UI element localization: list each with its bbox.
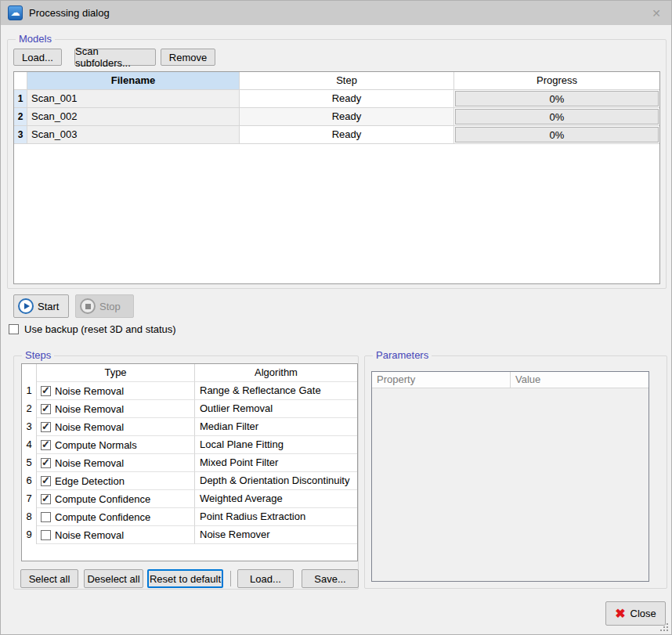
step-checkbox[interactable] bbox=[41, 512, 51, 522]
reset-to-default-button[interactable]: Reset to default bbox=[147, 569, 223, 588]
remove-model-button[interactable]: Remove bbox=[161, 49, 215, 66]
type-label: Compute Normals bbox=[55, 439, 137, 451]
column-header-value[interactable]: Value bbox=[511, 372, 649, 388]
row-header[interactable]: 3 bbox=[14, 126, 27, 144]
deselect-all-button[interactable]: Deselect all bbox=[84, 569, 143, 588]
steps-group: Steps Type Algorithm 1 Noise Removal Ran… bbox=[13, 355, 359, 590]
table-row[interactable]: 3 Scan_003 Ready 0% bbox=[14, 126, 659, 144]
column-header-filename[interactable]: Filename bbox=[27, 72, 240, 90]
type-cell[interactable]: Noise Removal bbox=[37, 382, 195, 400]
models-group-label: Models bbox=[16, 33, 55, 45]
step-checkbox[interactable] bbox=[41, 422, 51, 432]
progress-bar: 0% bbox=[455, 127, 659, 143]
step-checkbox[interactable] bbox=[41, 530, 51, 540]
step-checkbox[interactable] bbox=[41, 494, 51, 504]
models-table: Filename Step Progress 1 Scan_001 Ready … bbox=[13, 71, 660, 284]
load-steps-button[interactable]: Load... bbox=[237, 569, 294, 588]
column-header-progress[interactable]: Progress bbox=[454, 72, 659, 90]
type-cell[interactable]: Noise Removal bbox=[37, 526, 195, 544]
type-cell[interactable]: Noise Removal bbox=[37, 400, 195, 418]
column-header-step[interactable]: Step bbox=[240, 72, 454, 90]
step-checkbox[interactable] bbox=[41, 458, 51, 468]
type-cell[interactable]: Compute Normals bbox=[37, 436, 195, 454]
play-icon bbox=[18, 298, 34, 314]
step-checkbox[interactable] bbox=[41, 476, 51, 486]
algorithm-cell[interactable]: Depth & Orientation Discontinuity bbox=[195, 472, 357, 490]
step-checkbox[interactable] bbox=[41, 440, 51, 450]
step-row[interactable]: 7 Compute Confidence Weighted Average bbox=[22, 490, 357, 508]
step-checkbox[interactable] bbox=[41, 404, 51, 414]
step-row[interactable]: 4 Compute Normals Local Plane Fitting bbox=[22, 436, 357, 454]
column-header-algorithm[interactable]: Algorithm bbox=[195, 364, 357, 382]
filename-cell[interactable]: Scan_003 bbox=[27, 126, 240, 144]
algorithm-cell[interactable]: Median Filter bbox=[195, 418, 357, 436]
start-button-label: Start bbox=[38, 301, 59, 312]
parameters-table-header: Property Value bbox=[372, 372, 649, 388]
parameters-table-body bbox=[372, 388, 649, 581]
type-cell[interactable]: Compute Confidence bbox=[37, 508, 195, 526]
algorithm-cell[interactable]: Noise Remover bbox=[195, 526, 357, 544]
stop-button[interactable]: Stop bbox=[75, 294, 134, 318]
filename-cell[interactable]: Scan_001 bbox=[27, 90, 240, 108]
row-header: 2 bbox=[22, 400, 37, 418]
step-cell[interactable]: Ready bbox=[240, 108, 454, 126]
button-separator bbox=[230, 571, 231, 586]
table-row[interactable]: 1 Scan_001 Ready 0% bbox=[14, 90, 659, 108]
progress-cell: 0% bbox=[454, 108, 659, 126]
row-header: 8 bbox=[22, 508, 37, 526]
parameters-table: Property Value bbox=[371, 371, 649, 582]
corner-cell bbox=[14, 72, 27, 90]
column-header-property[interactable]: Property bbox=[372, 372, 511, 388]
select-all-button[interactable]: Select all bbox=[20, 569, 78, 588]
use-backup-checkbox[interactable] bbox=[9, 324, 19, 334]
row-header: 3 bbox=[22, 418, 37, 436]
title-bar[interactable]: ☁ Processing dialog ✕ bbox=[1, 1, 671, 25]
corner-cell bbox=[22, 364, 37, 382]
algorithm-cell[interactable]: Range & Reflectance Gate bbox=[195, 382, 357, 400]
type-cell[interactable]: Noise Removal bbox=[37, 454, 195, 472]
algorithm-cell[interactable]: Point Radius Extraction bbox=[195, 508, 357, 526]
type-label: Noise Removal bbox=[55, 529, 124, 541]
use-backup-option[interactable]: Use backup (reset 3D and status) bbox=[9, 323, 176, 335]
row-header[interactable]: 1 bbox=[14, 90, 27, 108]
row-header[interactable]: 2 bbox=[14, 108, 27, 126]
column-header-type[interactable]: Type bbox=[37, 364, 195, 382]
row-header: 1 bbox=[22, 382, 37, 400]
step-row[interactable]: 8 Compute Confidence Point Radius Extrac… bbox=[22, 508, 357, 526]
algorithm-cell[interactable]: Local Plane Fitting bbox=[195, 436, 357, 454]
stop-icon bbox=[80, 298, 96, 314]
step-row[interactable]: 3 Noise Removal Median Filter bbox=[22, 418, 357, 436]
algorithm-cell[interactable]: Mixed Point Filter bbox=[195, 454, 357, 472]
step-row[interactable]: 1 Noise Removal Range & Reflectance Gate bbox=[22, 382, 357, 400]
algorithm-cell[interactable]: Outlier Removal bbox=[195, 400, 357, 418]
type-cell[interactable]: Compute Confidence bbox=[37, 490, 195, 508]
step-row[interactable]: 2 Noise Removal Outlier Removal bbox=[22, 400, 357, 418]
type-label: Noise Removal bbox=[55, 403, 124, 415]
type-label: Noise Removal bbox=[55, 457, 124, 469]
close-button[interactable]: ✖ Close bbox=[605, 601, 666, 626]
step-row[interactable]: 9 Noise Removal Noise Remover bbox=[22, 526, 357, 544]
resize-grip[interactable] bbox=[659, 622, 669, 632]
scan-subfolders-button[interactable]: Scan subfolders... bbox=[74, 49, 156, 66]
save-steps-button[interactable]: Save... bbox=[302, 569, 359, 588]
step-cell[interactable]: Ready bbox=[240, 90, 454, 108]
type-cell[interactable]: Noise Removal bbox=[37, 418, 195, 436]
progress-cell: 0% bbox=[454, 90, 659, 108]
filename-cell[interactable]: Scan_002 bbox=[27, 108, 240, 126]
type-cell[interactable]: Edge Detection bbox=[37, 472, 195, 490]
step-row[interactable]: 5 Noise Removal Mixed Point Filter bbox=[22, 454, 357, 472]
type-label: Noise Removal bbox=[55, 385, 124, 397]
titlebar-close-icon[interactable]: ✕ bbox=[652, 7, 661, 20]
start-button[interactable]: Start bbox=[13, 294, 69, 318]
step-checkbox[interactable] bbox=[41, 386, 51, 396]
stop-button-label: Stop bbox=[99, 301, 121, 312]
progress-bar: 0% bbox=[455, 109, 659, 124]
window-title: Processing dialog bbox=[29, 7, 110, 19]
type-label: Noise Removal bbox=[55, 421, 124, 433]
algorithm-cell[interactable]: Weighted Average bbox=[195, 490, 357, 508]
step-row[interactable]: 6 Edge Detection Depth & Orientation Dis… bbox=[22, 472, 357, 490]
step-cell[interactable]: Ready bbox=[240, 126, 454, 144]
table-row[interactable]: 2 Scan_002 Ready 0% bbox=[14, 108, 659, 126]
load-models-button[interactable]: Load... bbox=[13, 49, 62, 66]
progress-cell: 0% bbox=[454, 126, 659, 144]
